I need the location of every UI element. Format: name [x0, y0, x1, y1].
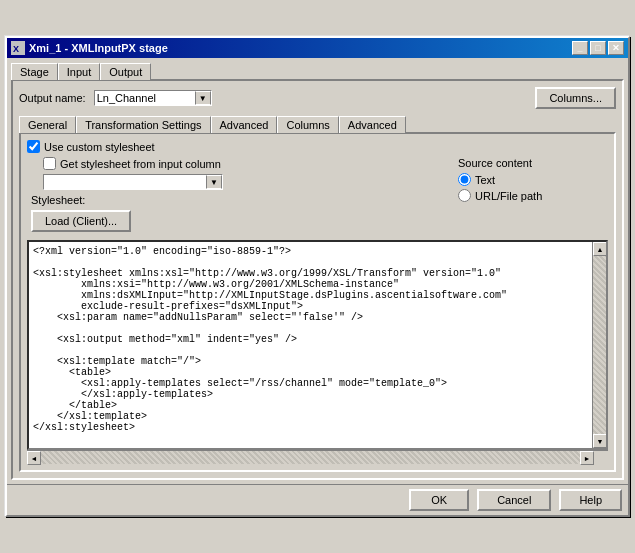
source-content-text-row: Text	[458, 173, 608, 186]
main-content-area: Get stylesheet from input column ▼ Style…	[27, 157, 608, 236]
title-bar-text: X Xmi_1 - XMLInputPX stage	[11, 41, 168, 55]
xml-editor-container: ▲ ▼ ◄ ►	[27, 240, 608, 464]
left-content: Get stylesheet from input column ▼ Style…	[27, 157, 448, 236]
scroll-right-btn[interactable]: ►	[580, 451, 594, 465]
output-name-label: Output name:	[19, 92, 86, 104]
xml-content-textarea[interactable]	[29, 242, 592, 448]
bottom-button-row: OK Cancel Help	[7, 484, 628, 515]
advanced-panel: Use custom stylesheet Get stylesheet fro…	[19, 132, 616, 472]
source-content-label: Source content	[458, 157, 608, 169]
inner-tab-bar: General Transformation Settings Advanced…	[19, 115, 616, 132]
load-client-button[interactable]: Load (Client)...	[31, 210, 131, 232]
cancel-button[interactable]: Cancel	[477, 489, 551, 511]
maximize-button[interactable]: □	[590, 41, 606, 55]
stylesheet-combo-dropdown-btn[interactable]: ▼	[206, 175, 222, 189]
app-icon: X	[11, 41, 25, 55]
output-panel: Output name: ▼ Columns... General Transf…	[11, 79, 624, 480]
source-content-url-row: URL/File path	[458, 189, 608, 202]
get-stylesheet-checkbox[interactable]	[43, 157, 56, 170]
stylesheet-combo-wrapper: ▼	[43, 174, 448, 190]
tab-stage[interactable]: Stage	[11, 63, 58, 80]
get-stylesheet-row: Get stylesheet from input column	[43, 157, 448, 170]
output-name-combo[interactable]: ▼	[94, 90, 212, 106]
source-text-label: Text	[475, 174, 495, 186]
source-url-label: URL/File path	[475, 190, 542, 202]
ok-button[interactable]: OK	[409, 489, 469, 511]
stylesheet-combo[interactable]: ▼	[43, 174, 223, 190]
top-tab-bar: Stage Input Output	[7, 58, 628, 79]
close-button[interactable]: ✕	[608, 41, 624, 55]
window-title: Xmi_1 - XMLInputPX stage	[29, 42, 168, 54]
vertical-scrollbar[interactable]: ▲ ▼	[592, 242, 606, 448]
scroll-down-btn[interactable]: ▼	[593, 434, 607, 448]
stylesheet-label: Stylesheet:	[31, 194, 85, 206]
source-text-radio[interactable]	[458, 173, 471, 186]
tab-advanced-2[interactable]: Advanced	[339, 116, 406, 133]
scroll-track-h[interactable]	[41, 451, 580, 464]
load-button-wrapper: Load (Client)...	[31, 210, 448, 236]
minimize-button[interactable]: _	[572, 41, 588, 55]
scroll-corner	[594, 451, 608, 465]
stylesheet-label-row: Stylesheet:	[31, 194, 448, 206]
stylesheet-combo-input[interactable]	[44, 175, 206, 189]
output-name-input[interactable]	[95, 91, 195, 105]
tab-output[interactable]: Output	[100, 63, 151, 80]
get-stylesheet-label: Get stylesheet from input column	[60, 158, 221, 170]
main-window: X Xmi_1 - XMLInputPX stage _ □ ✕ Stage I…	[5, 36, 630, 517]
help-button[interactable]: Help	[559, 489, 622, 511]
source-url-radio[interactable]	[458, 189, 471, 202]
output-name-dropdown-btn[interactable]: ▼	[195, 91, 211, 105]
title-bar-buttons: _ □ ✕	[572, 41, 624, 55]
use-custom-stylesheet-checkbox[interactable]	[27, 140, 40, 153]
xml-textarea-outer: ▲ ▼	[27, 240, 608, 450]
columns-button[interactable]: Columns...	[535, 87, 616, 109]
tab-advanced-1[interactable]: Advanced	[211, 116, 278, 133]
tab-input[interactable]: Input	[58, 63, 100, 80]
source-content-area: Source content Text URL/File path	[448, 157, 608, 236]
scroll-up-btn[interactable]: ▲	[593, 242, 607, 256]
output-name-row: Output name: ▼ Columns...	[19, 87, 616, 109]
use-custom-stylesheet-row: Use custom stylesheet	[27, 140, 608, 153]
tab-columns[interactable]: Columns	[277, 116, 338, 133]
use-custom-stylesheet-label: Use custom stylesheet	[44, 141, 155, 153]
tab-general[interactable]: General	[19, 116, 76, 133]
scroll-track-v[interactable]	[593, 256, 606, 434]
title-bar: X Xmi_1 - XMLInputPX stage _ □ ✕	[7, 38, 628, 58]
tab-transformation-settings[interactable]: Transformation Settings	[76, 116, 210, 133]
scroll-left-btn[interactable]: ◄	[27, 451, 41, 465]
horizontal-scrollbar[interactable]: ◄ ►	[27, 451, 594, 464]
horizontal-scrollbar-container: ◄ ►	[27, 450, 608, 464]
svg-text:X: X	[13, 44, 19, 54]
